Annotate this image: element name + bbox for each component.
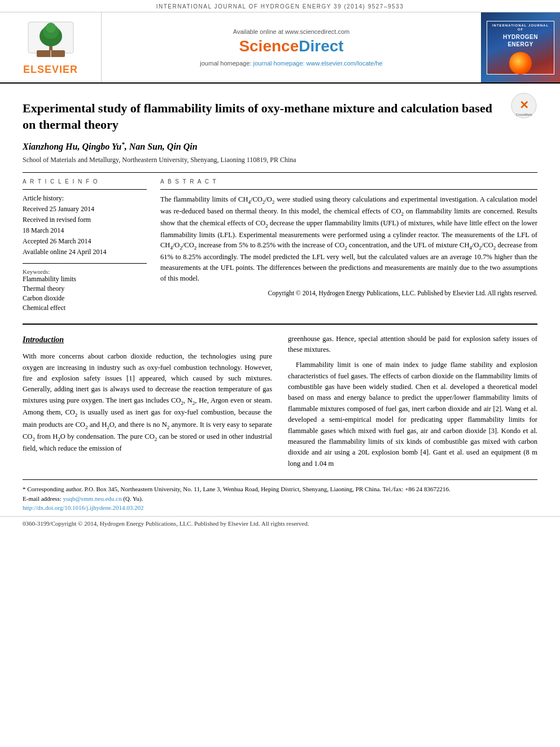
footer-doi: http://dx.doi.org/10.1016/j.ijhydene.201…: [23, 503, 537, 513]
doi-link[interactable]: http://dx.doi.org/10.1016/j.ijhydene.201…: [23, 504, 144, 511]
elsevier-brand: ELSEVIER: [23, 64, 78, 76]
header-main: ELSEVIER Available online at www.science…: [0, 12, 560, 82]
intro-p1: With more concerns about carbon dioxide …: [23, 351, 272, 455]
footer-corresponding: * Corresponding author. P.O. Box 345, No…: [23, 484, 537, 494]
divider-info: [23, 189, 147, 190]
keywords-section: Keywords: Flammability limits Thermal th…: [23, 263, 147, 312]
divider-1: [23, 172, 537, 173]
intro-col2-p2: Flammability limit is one of main index …: [288, 360, 537, 469]
sciencedirect-logo: ScienceDirect: [239, 37, 343, 55]
cover-image-area: [501, 50, 540, 71]
keywords-label: Keywords:: [23, 268, 147, 275]
cover-circle-graphic: [509, 52, 532, 75]
sd-direct: Direct: [299, 37, 343, 55]
journal-header: INTERNATIONAL JOURNAL OF HYDROGEN ENERGY…: [0, 0, 560, 84]
received1: Received 25 January 2014: [23, 205, 147, 213]
divider-keywords: [23, 263, 147, 264]
article-affiliation: School of Materials and Metallurgy, Nort…: [23, 156, 537, 164]
header-center: Available online at www.sciencedirect.co…: [102, 12, 481, 82]
cover-title-main: HYDROGENENERGY: [489, 33, 552, 48]
cover-title-intl: INTERNATIONAL JOURNAL OF: [489, 24, 552, 33]
history-label: Article history:: [23, 194, 147, 203]
journal-homepage-text: journal homepage: journal homepage: www.…: [200, 60, 382, 67]
body-section: Introduction With more concerns about ca…: [0, 325, 560, 480]
article-title: Experimental study of flammability limit…: [23, 101, 537, 133]
intro-section-title: Introduction: [23, 334, 272, 346]
svg-text:✕: ✕: [519, 99, 529, 111]
journal-homepage-link[interactable]: journal homepage: www.elsevier.com/locat…: [253, 60, 382, 67]
sd-science: Science: [239, 37, 299, 55]
intro-col2-p1: greenhouse gas. Hence, special attention…: [288, 334, 537, 356]
keyword-4: Chemical effect: [23, 304, 147, 312]
body-col-left: Introduction With more concerns about ca…: [23, 334, 272, 474]
body-col-right: greenhouse gas. Hence, special attention…: [288, 334, 537, 474]
article-content: ✕ CrossMark Experimental study of flamma…: [0, 84, 560, 325]
abstract-label: A B S T R A C T: [160, 178, 537, 185]
elsevier-logo: ELSEVIER: [23, 19, 78, 76]
keyword-2: Thermal theory: [23, 285, 147, 293]
keyword-1: Flammability limits: [23, 275, 147, 283]
abstract-text: The flammability limits of CH4/CO2/O2 we…: [160, 194, 537, 284]
footer-email-line: E-mail address: yuqb@smm.neu.edu.cn (Q. …: [23, 494, 537, 504]
article-info-col: A R T I C L E I N F O Article history: R…: [23, 178, 147, 313]
body-two-col: Introduction With more concerns about ca…: [23, 334, 537, 474]
header-right: INTERNATIONAL JOURNAL OF HYDROGENENERGY: [481, 12, 560, 82]
footer-bottom: 0360-3199/Copyright © 2014, Hydrogen Ene…: [0, 516, 560, 531]
abstract-col: A B S T R A C T The flammability limits …: [160, 178, 537, 313]
article-authors: Xianzhong Hu, Qingbo Yu*, Nan Sun, Qin Q…: [23, 141, 537, 152]
article-info-abstract: A R T I C L E I N F O Article history: R…: [23, 178, 537, 313]
available-online: Available online 24 April 2014: [23, 248, 147, 256]
accepted: Accepted 26 March 2014: [23, 237, 147, 246]
crossmark-icon: ✕ CrossMark: [510, 92, 537, 119]
footer-email-label: E-mail address:: [23, 495, 62, 502]
footer-email-suffix: (Q. Yu).: [123, 495, 143, 502]
copyright-text: Copyright © 2014, Hydrogen Energy Public…: [160, 289, 537, 298]
available-online-text: Available online at www.sciencedirect.co…: [233, 28, 349, 35]
svg-text:CrossMark: CrossMark: [515, 113, 532, 116]
revised-label: Received in revised form: [23, 216, 147, 224]
cover-title: INTERNATIONAL JOURNAL OF HYDROGENENERGY: [489, 24, 552, 49]
page-wrapper: INTERNATIONAL JOURNAL OF HYDROGEN ENERGY…: [0, 0, 560, 747]
article-info-label: A R T I C L E I N F O: [23, 178, 147, 185]
journal-top-bar: INTERNATIONAL JOURNAL OF HYDROGEN ENERGY…: [0, 0, 560, 12]
keyword-3: Carbon dioxide: [23, 294, 147, 303]
svg-point-4: [46, 23, 56, 33]
revised-date: 18 March 2014: [23, 226, 147, 235]
header-left: ELSEVIER: [0, 12, 102, 82]
page-footer: * Corresponding author. P.O. Box 345, No…: [23, 479, 537, 513]
journal-cover: INTERNATIONAL JOURNAL OF HYDROGENENERGY: [487, 21, 554, 75]
footer-email-link[interactable]: yuqb@smm.neu.edu.cn: [63, 495, 121, 502]
divider-abstract: [160, 189, 537, 190]
elsevier-tree-icon: [25, 19, 76, 62]
